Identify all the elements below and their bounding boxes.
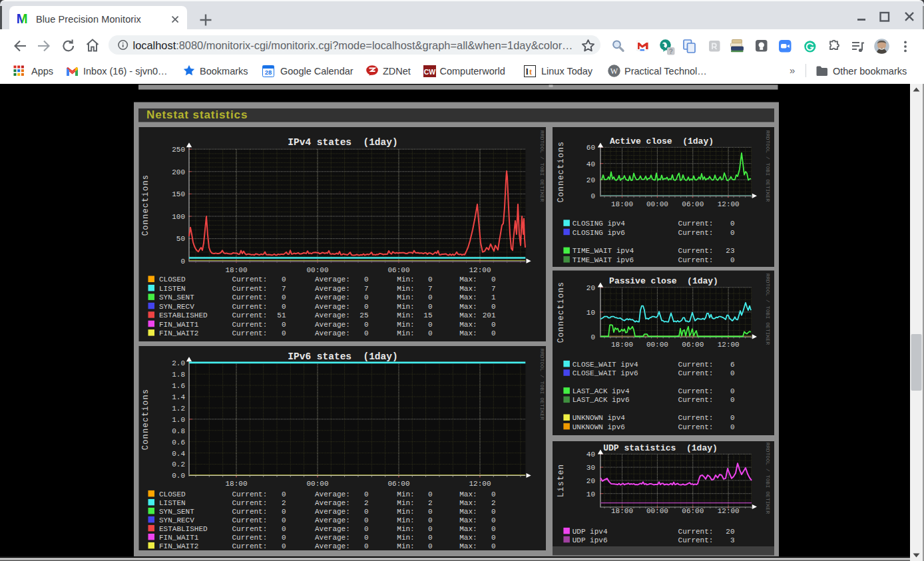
svg-text:SYN_SENT: SYN_SENT: [159, 293, 194, 301]
svg-text:Average:: Average:: [315, 303, 350, 311]
svg-text:FIN_WAIT1: FIN_WAIT1: [159, 534, 199, 542]
svg-text:00:00: 00:00: [306, 266, 328, 274]
svg-text:Connections: Connections: [141, 389, 150, 450]
svg-text:0: 0: [428, 534, 433, 542]
svg-text:0: 0: [428, 542, 433, 550]
svg-text:Passive close (1day): Passive close (1day): [609, 276, 718, 286]
svg-text:Current:: Current:: [678, 256, 714, 264]
svg-text:Current:: Current:: [678, 414, 714, 422]
svg-text:Connections: Connections: [557, 281, 566, 343]
svg-text:TIME_WAIT ipv4: TIME_WAIT ipv4: [573, 247, 634, 255]
svg-text:3: 3: [730, 536, 735, 544]
svg-text:2.0: 2.0: [172, 359, 185, 367]
svg-text:Average:: Average:: [315, 542, 350, 550]
svg-text:0: 0: [282, 293, 286, 301]
svg-text:Min:: Min:: [397, 516, 414, 524]
svg-text:06:00: 06:00: [682, 200, 704, 208]
svg-text:Current:: Current:: [232, 276, 268, 283]
svg-text:RRDTOOL / TOBI OETIKER: RRDTOOL / TOBI OETIKER: [765, 130, 770, 202]
svg-text:15: 15: [423, 311, 432, 319]
svg-text:UNKNOWN ipv4: UNKNOWN ipv4: [573, 414, 626, 422]
svg-text:Average:: Average:: [315, 499, 350, 507]
svg-text:Max:: Max:: [459, 542, 477, 550]
svg-text:1.0: 1.0: [172, 416, 185, 424]
svg-text:0: 0: [730, 220, 735, 228]
svg-text:UDP statistics (1day): UDP statistics (1day): [603, 443, 718, 453]
svg-text:RRDTOOL / TOBI OETIKER: RRDTOOL / TOBI OETIKER: [539, 130, 545, 202]
svg-text:CLOSE_WAIT ipv6: CLOSE_WAIT ipv6: [573, 369, 638, 377]
svg-text:Average:: Average:: [315, 508, 350, 516]
svg-text:IPv4 states (1day): IPv4 states (1day): [288, 137, 397, 148]
svg-text:CLOSED: CLOSED: [159, 276, 186, 283]
svg-text:2: 2: [282, 499, 286, 507]
svg-text:0: 0: [491, 525, 496, 533]
svg-text:0: 0: [282, 490, 286, 498]
svg-text:0: 0: [364, 321, 369, 329]
svg-text:FIN_WAIT2: FIN_WAIT2: [159, 542, 198, 550]
svg-text:0: 0: [491, 329, 496, 337]
svg-text:Average:: Average:: [315, 516, 350, 524]
svg-text:30: 30: [586, 464, 595, 472]
svg-text:0: 0: [364, 276, 369, 283]
svg-text:LISTEN: LISTEN: [159, 499, 186, 507]
svg-text:0.2: 0.2: [172, 461, 185, 468]
svg-text:0.0: 0.0: [172, 472, 185, 480]
svg-text:Max:: Max:: [459, 516, 477, 524]
svg-text:0: 0: [491, 542, 496, 550]
svg-text:Average:: Average:: [315, 321, 350, 329]
svg-text:6: 6: [730, 361, 735, 369]
svg-text:Connections: Connections: [557, 141, 566, 202]
svg-text:SYN_RECV: SYN_RECV: [159, 516, 194, 524]
svg-text:Current:: Current:: [232, 303, 268, 311]
svg-text:0: 0: [364, 534, 369, 542]
svg-text:Average:: Average:: [315, 534, 350, 542]
svg-text:Current:: Current:: [232, 525, 268, 533]
svg-text:Max:: Max:: [459, 490, 477, 498]
svg-text:Current:: Current:: [232, 516, 268, 524]
svg-text:18:00: 18:00: [225, 266, 247, 274]
svg-text:1.8: 1.8: [172, 371, 185, 379]
svg-text:RRDTOOL / TOBI OETIKER: RRDTOOL / TOBI OETIKER: [765, 274, 770, 345]
svg-text:Average:: Average:: [315, 276, 350, 283]
svg-text:06:00: 06:00: [682, 341, 704, 349]
svg-text:Active close (1day): Active close (1day): [610, 136, 714, 146]
svg-text:Current:: Current:: [678, 387, 714, 395]
svg-text:20: 20: [586, 284, 595, 292]
svg-text:CLOSING ipv6: CLOSING ipv6: [573, 229, 625, 237]
svg-text:1.6: 1.6: [172, 382, 185, 390]
svg-text:7: 7: [491, 285, 496, 293]
svg-text:00:00: 00:00: [646, 200, 668, 208]
svg-text:Max:: Max:: [459, 303, 477, 311]
svg-text:18:00: 18:00: [611, 200, 633, 208]
svg-text:00:00: 00:00: [306, 480, 328, 488]
svg-text:20: 20: [726, 528, 734, 536]
svg-text:IPv6 states (1day): IPv6 states (1day): [288, 351, 397, 362]
svg-text:06:00: 06:00: [387, 266, 409, 274]
svg-text:Current:: Current:: [232, 508, 268, 516]
svg-text:Connections: Connections: [141, 174, 150, 236]
svg-text:Min:: Min:: [397, 508, 414, 516]
svg-text:0: 0: [282, 276, 286, 283]
svg-text:0: 0: [428, 303, 433, 311]
svg-text:0: 0: [282, 508, 286, 516]
svg-text:TIME_WAIT ipv6: TIME_WAIT ipv6: [573, 256, 634, 264]
svg-text:2: 2: [491, 499, 496, 507]
svg-text:Average:: Average:: [315, 525, 350, 533]
svg-text:Min:: Min:: [397, 276, 414, 283]
svg-text:Average:: Average:: [315, 329, 350, 337]
svg-text:ESTABLISHED: ESTABLISHED: [159, 311, 208, 319]
svg-text:0: 0: [282, 329, 286, 337]
svg-text:LAST_ACK ipv6: LAST_ACK ipv6: [573, 396, 630, 404]
svg-text:0.4: 0.4: [172, 450, 185, 458]
svg-text:Min:: Min:: [397, 311, 414, 319]
svg-text:0: 0: [180, 258, 185, 266]
svg-text:0: 0: [364, 293, 369, 301]
svg-text:50: 50: [176, 235, 185, 243]
svg-text:Max:: Max:: [459, 499, 477, 507]
svg-text:0: 0: [491, 276, 496, 283]
svg-text:Current:: Current:: [232, 311, 268, 319]
svg-text:FIN_WAIT1: FIN_WAIT1: [159, 321, 199, 329]
svg-text:Max:: Max:: [459, 321, 477, 329]
svg-text:Current:: Current:: [232, 542, 268, 550]
svg-text:0: 0: [428, 293, 433, 301]
